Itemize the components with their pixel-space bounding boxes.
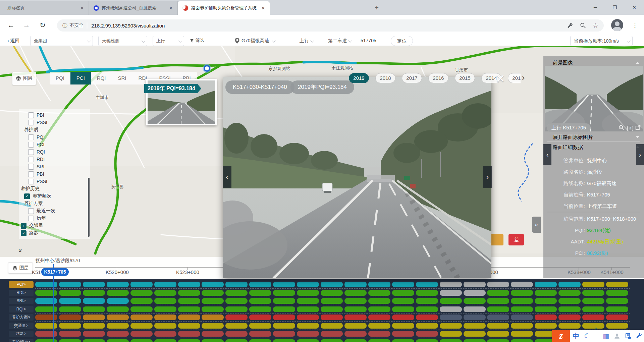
metric-tab-pci[interactable]: PCI bbox=[70, 72, 91, 84]
expand-original-row[interactable]: 展开路面原始图片 bbox=[543, 133, 644, 141]
checkbox-icon[interactable] bbox=[28, 216, 34, 221]
chart-segment[interactable] bbox=[59, 331, 81, 337]
chart-segment[interactable] bbox=[249, 298, 271, 304]
chart-segment[interactable] bbox=[511, 298, 533, 304]
chart-segment[interactable] bbox=[154, 306, 176, 312]
chart-segment[interactable] bbox=[558, 290, 581, 296]
chart-segment[interactable] bbox=[154, 290, 176, 296]
checkbox-icon[interactable] bbox=[28, 157, 34, 162]
rating-button[interactable]: 差 bbox=[508, 234, 524, 245]
chart-segment[interactable] bbox=[273, 306, 295, 312]
chart-segment[interactable] bbox=[440, 306, 462, 312]
chart-segment[interactable] bbox=[487, 331, 509, 337]
filter-checkbox-item[interactable]: ✓养护频次 bbox=[19, 192, 90, 200]
chart-segment[interactable] bbox=[297, 331, 319, 337]
chart-segment[interactable] bbox=[130, 323, 153, 329]
chart-segment[interactable] bbox=[178, 290, 200, 296]
metric-tab-pqi[interactable]: PQI bbox=[50, 72, 70, 84]
chart-segment[interactable] bbox=[249, 331, 271, 337]
chart-segment[interactable] bbox=[154, 323, 176, 329]
chart-segment[interactable] bbox=[83, 315, 105, 320]
wrench-icon[interactable] bbox=[636, 333, 642, 339]
chart-segment[interactable] bbox=[225, 282, 248, 287]
chart-segment[interactable] bbox=[273, 290, 295, 296]
chart-segment[interactable] bbox=[416, 298, 438, 304]
chart-segment[interactable] bbox=[297, 323, 319, 329]
chart-segment[interactable] bbox=[582, 323, 604, 329]
chart-segment[interactable] bbox=[202, 315, 224, 320]
chart-segment[interactable] bbox=[225, 339, 248, 342]
chart-segment[interactable] bbox=[154, 282, 176, 287]
filter-checkbox-item[interactable]: PBI bbox=[19, 170, 90, 178]
chart-segment[interactable] bbox=[368, 323, 390, 329]
chart-segment[interactable] bbox=[392, 290, 414, 296]
filter-checkbox-item[interactable]: PSSI bbox=[19, 178, 90, 185]
chart-segment[interactable] bbox=[464, 331, 486, 337]
chart-segment[interactable] bbox=[535, 315, 557, 320]
chart-segment[interactable] bbox=[464, 290, 486, 296]
chart-segment[interactable] bbox=[59, 290, 81, 296]
chart-segment[interactable] bbox=[464, 339, 486, 342]
chart-row-label[interactable]: 路龄> bbox=[9, 331, 34, 337]
chart-segment[interactable] bbox=[321, 306, 343, 312]
chart-segment[interactable] bbox=[511, 290, 533, 296]
chart-segment[interactable] bbox=[582, 282, 604, 287]
chart-segment[interactable] bbox=[416, 339, 438, 342]
checkbox-icon[interactable] bbox=[28, 171, 34, 177]
reload-icon[interactable]: ↻ bbox=[36, 19, 49, 32]
chart-segment[interactable] bbox=[35, 323, 57, 329]
chart-segment[interactable] bbox=[249, 315, 271, 320]
chart-segment[interactable] bbox=[225, 298, 248, 304]
chart-segment[interactable] bbox=[511, 323, 533, 329]
chart-segment[interactable] bbox=[107, 323, 129, 329]
chart-row-label[interactable]: 养护频次> bbox=[9, 339, 34, 342]
chart-segment[interactable] bbox=[487, 306, 509, 312]
modal-close-icon[interactable]: ✕ bbox=[493, 71, 508, 86]
chart-segment[interactable] bbox=[202, 323, 224, 329]
chart-segment[interactable] bbox=[202, 306, 224, 312]
user-icon[interactable] bbox=[614, 333, 620, 339]
chart-segment[interactable] bbox=[225, 306, 248, 312]
modal-prev-button[interactable]: ‹ bbox=[223, 166, 231, 188]
chart-segment[interactable] bbox=[416, 315, 438, 320]
filter-panel-scrollbar[interactable] bbox=[88, 178, 90, 237]
chart-segment[interactable] bbox=[368, 331, 390, 337]
chart-segment[interactable] bbox=[392, 315, 414, 320]
filter-checkbox-item[interactable]: RQI bbox=[19, 148, 90, 156]
chart-segment[interactable] bbox=[249, 282, 271, 287]
chart-segment[interactable] bbox=[416, 282, 438, 287]
tab-close-icon[interactable]: ✕ bbox=[168, 5, 174, 11]
chart-row-label[interactable]: PCI> bbox=[9, 281, 34, 288]
year-pill-2017[interactable]: 2017 bbox=[402, 73, 422, 83]
chart-segment[interactable] bbox=[392, 282, 414, 287]
chart-segment[interactable] bbox=[464, 306, 486, 312]
filter-checkbox-item[interactable]: SRI bbox=[19, 163, 90, 170]
chart-segment[interactable] bbox=[368, 339, 390, 342]
chart-segment[interactable] bbox=[535, 298, 557, 304]
checkbox-icon[interactable] bbox=[28, 179, 34, 184]
chart-segment[interactable] bbox=[107, 331, 129, 337]
filter-checkbox-item[interactable]: 历年 bbox=[19, 215, 90, 222]
chart-segment[interactable] bbox=[35, 331, 57, 337]
chart-segment[interactable] bbox=[440, 282, 462, 287]
chart-segment[interactable] bbox=[297, 298, 319, 304]
chart-segment[interactable] bbox=[178, 282, 200, 287]
chart-row-label[interactable]: SRI> bbox=[9, 298, 34, 304]
chart-segment[interactable] bbox=[154, 331, 176, 337]
chart-segment[interactable] bbox=[464, 323, 486, 329]
route-select[interactable]: G70福银高速 bbox=[235, 36, 275, 45]
collapse-up-icon[interactable] bbox=[636, 62, 639, 64]
browser-tab[interactable]: 路面养护辅助决策分析管理子系统✕ bbox=[178, 1, 270, 15]
checkbox-checked-icon[interactable]: ✓ bbox=[24, 193, 30, 199]
chart-segment[interactable] bbox=[130, 315, 153, 320]
chart-segment[interactable] bbox=[344, 339, 367, 342]
chart-segment[interactable] bbox=[35, 339, 57, 342]
chart-segment[interactable] bbox=[511, 331, 533, 337]
chart-segment[interactable] bbox=[368, 290, 390, 296]
chart-segment[interactable] bbox=[225, 315, 248, 320]
chart-segment[interactable] bbox=[59, 298, 81, 304]
year-pill-2019[interactable]: 2019 bbox=[349, 73, 369, 83]
info-icon[interactable]: ⓘ bbox=[62, 22, 67, 29]
chart-segment[interactable] bbox=[154, 339, 176, 342]
chart-segment[interactable] bbox=[273, 298, 295, 304]
